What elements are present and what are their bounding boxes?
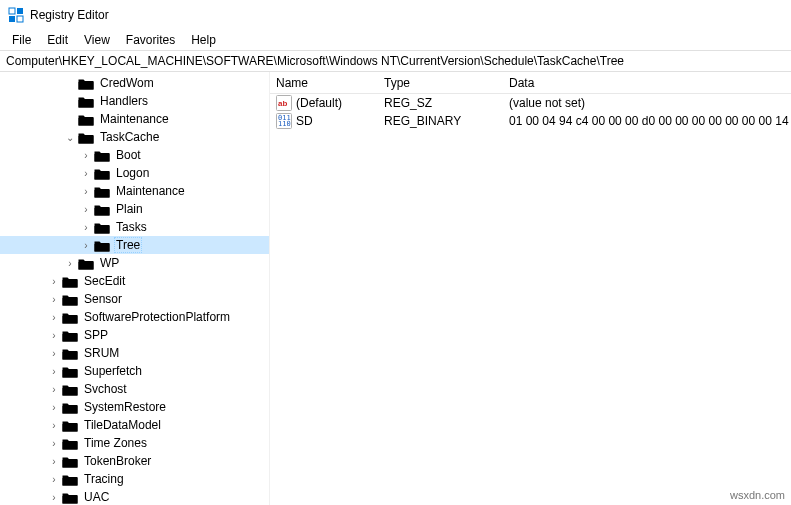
folder-icon	[62, 293, 82, 306]
cell-type: REG_BINARY	[378, 114, 503, 128]
chevron-right-icon[interactable]: ›	[48, 383, 60, 395]
folder-icon	[62, 383, 82, 396]
list-row[interactable]: 011110SDREG_BINARY01 00 04 94 c4 00 00 0…	[270, 112, 791, 130]
folder-icon	[62, 329, 82, 342]
chevron-right-icon[interactable]: ›	[48, 311, 60, 323]
folder-icon	[62, 437, 82, 450]
tree-item[interactable]: ›SRUM	[0, 344, 269, 362]
list-row[interactable]: ab(Default)REG_SZ(value not set)	[270, 94, 791, 112]
tree-item-label: SecEdit	[82, 273, 127, 289]
binary-value-icon: 011110	[276, 113, 292, 129]
tree-item-label: Maintenance	[114, 183, 187, 199]
tree-item-label: WP	[98, 255, 121, 271]
content: CredWomHandlersMaintenance⌄TaskCache›Boo…	[0, 72, 791, 505]
folder-icon	[94, 221, 114, 234]
chevron-right-icon[interactable]: ›	[48, 473, 60, 485]
chevron-right-icon[interactable]: ›	[48, 437, 60, 449]
tree-item[interactable]: Handlers	[0, 92, 269, 110]
string-value-icon: ab	[276, 95, 292, 111]
tree-item-label: Svchost	[82, 381, 129, 397]
tree-item[interactable]: ⌄TaskCache	[0, 128, 269, 146]
tree-item-label: Boot	[114, 147, 143, 163]
tree-item[interactable]: ›Boot	[0, 146, 269, 164]
chevron-right-icon[interactable]: ›	[80, 221, 92, 233]
tree-item-label: Maintenance	[98, 111, 171, 127]
chevron-right-icon[interactable]: ›	[48, 365, 60, 377]
chevron-right-icon[interactable]: ›	[80, 239, 92, 251]
tree-item-label: Tasks	[114, 219, 149, 235]
tree-item[interactable]: ›SystemRestore	[0, 398, 269, 416]
menubar: File Edit View Favorites Help	[0, 30, 791, 50]
folder-icon	[78, 131, 98, 144]
tree-item[interactable]: ›SecEdit	[0, 272, 269, 290]
chevron-right-icon[interactable]: ›	[48, 275, 60, 287]
chevron-right-icon[interactable]: ›	[80, 149, 92, 161]
chevron-right-icon[interactable]: ›	[48, 491, 60, 503]
folder-icon	[94, 203, 114, 216]
chevron-right-icon[interactable]: ›	[48, 455, 60, 467]
tree-item[interactable]: Maintenance	[0, 110, 269, 128]
tree-item[interactable]: ›UAC	[0, 488, 269, 505]
tree-item[interactable]: ›Logon	[0, 164, 269, 182]
menu-favorites[interactable]: Favorites	[118, 31, 183, 49]
tree-item-label: Tracing	[82, 471, 126, 487]
chevron-right-icon[interactable]: ›	[80, 185, 92, 197]
tree-item[interactable]: ›WP	[0, 254, 269, 272]
chevron-right-icon[interactable]: ›	[48, 347, 60, 359]
expander-none	[64, 113, 76, 125]
tree-item[interactable]: ›Superfetch	[0, 362, 269, 380]
menu-help[interactable]: Help	[183, 31, 224, 49]
list-pane: Name Type Data ab(Default)REG_SZ(value n…	[270, 72, 791, 505]
col-header-type[interactable]: Type	[378, 72, 503, 93]
tree-item-label: TaskCache	[98, 129, 161, 145]
tree-item[interactable]: ›Svchost	[0, 380, 269, 398]
menu-view[interactable]: View	[76, 31, 118, 49]
chevron-right-icon[interactable]: ›	[48, 293, 60, 305]
tree-item-label: Tree	[114, 237, 142, 253]
tree-item[interactable]: ›Tree	[0, 236, 269, 254]
chevron-right-icon[interactable]: ›	[48, 401, 60, 413]
watermark: wsxdn.com	[730, 489, 785, 501]
col-header-name[interactable]: Name	[270, 72, 378, 93]
tree-item[interactable]: ›TileDataModel	[0, 416, 269, 434]
folder-icon	[78, 95, 98, 108]
chevron-right-icon[interactable]: ›	[64, 257, 76, 269]
tree-item-label: Logon	[114, 165, 151, 181]
tree-item[interactable]: CredWom	[0, 74, 269, 92]
tree-item[interactable]: ›SoftwareProtectionPlatform	[0, 308, 269, 326]
chevron-down-icon[interactable]: ⌄	[64, 131, 76, 143]
svg-text:110: 110	[278, 120, 291, 128]
tree-item[interactable]: ›Sensor	[0, 290, 269, 308]
tree-item[interactable]: ›Maintenance	[0, 182, 269, 200]
col-header-data[interactable]: Data	[503, 72, 791, 93]
addressbar[interactable]: Computer\HKEY_LOCAL_MACHINE\SOFTWARE\Mic…	[0, 50, 791, 72]
tree-item[interactable]: ›SPP	[0, 326, 269, 344]
tree-item-label: TokenBroker	[82, 453, 153, 469]
tree-item-label: SoftwareProtectionPlatform	[82, 309, 232, 325]
chevron-right-icon[interactable]: ›	[48, 419, 60, 431]
value-name: SD	[296, 114, 313, 128]
tree-item[interactable]: ›TokenBroker	[0, 452, 269, 470]
folder-icon	[62, 401, 82, 414]
folder-icon	[62, 365, 82, 378]
folder-icon	[94, 185, 114, 198]
tree-item[interactable]: ›Tasks	[0, 218, 269, 236]
app-icon	[8, 7, 24, 23]
tree-item[interactable]: ›Plain	[0, 200, 269, 218]
expander-none	[64, 77, 76, 89]
tree-item[interactable]: ›Time Zones	[0, 434, 269, 452]
folder-icon	[62, 455, 82, 468]
tree-item[interactable]: ›Tracing	[0, 470, 269, 488]
folder-icon	[78, 77, 98, 90]
cell-name: ab(Default)	[270, 95, 378, 111]
menu-edit[interactable]: Edit	[39, 31, 76, 49]
menu-file[interactable]: File	[4, 31, 39, 49]
tree-item-label: UAC	[82, 489, 111, 505]
cell-data: (value not set)	[503, 96, 791, 110]
tree-pane[interactable]: CredWomHandlersMaintenance⌄TaskCache›Boo…	[0, 72, 270, 505]
tree-item-label: TileDataModel	[82, 417, 163, 433]
chevron-right-icon[interactable]: ›	[48, 329, 60, 341]
chevron-right-icon[interactable]: ›	[80, 167, 92, 179]
chevron-right-icon[interactable]: ›	[80, 203, 92, 215]
folder-icon	[62, 419, 82, 432]
